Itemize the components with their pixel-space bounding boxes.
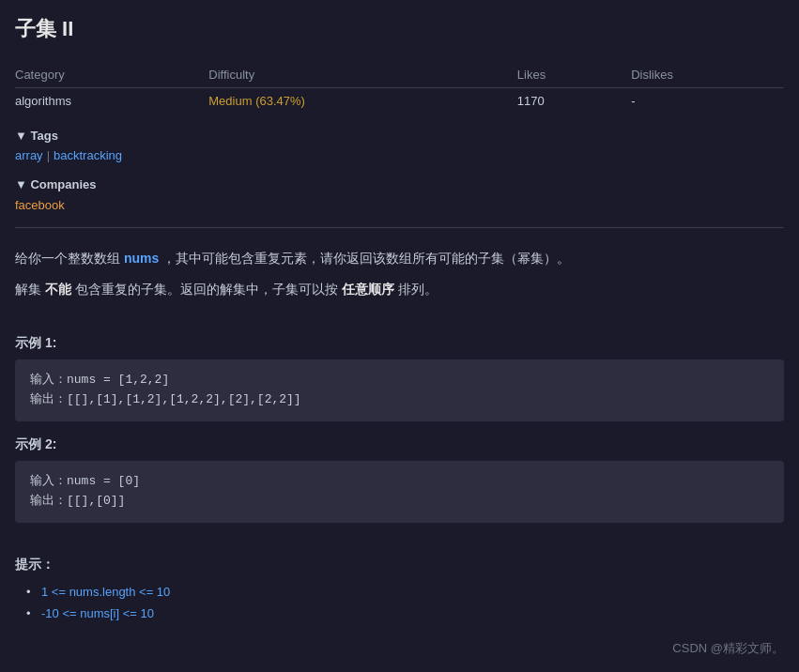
title-bar: 子集 II: [0, 0, 799, 54]
companies-section: ▼ Companies facebook: [0, 170, 799, 220]
example-2-output: 输出：[[],[0]]: [30, 492, 769, 512]
hint-item-1: 1 <= nums.length <= 10: [26, 581, 784, 603]
companies-row: facebook: [15, 197, 784, 212]
problem-section: 给你一个整数数组 nums ，其中可能包含重复元素，请你返回该数组所有可能的子集…: [0, 236, 799, 635]
table-row: algorithms Medium (63.47%) 1170 -: [15, 88, 784, 115]
cell-category: algorithms: [15, 88, 208, 115]
difficulty-value: Medium (63.47%): [208, 94, 305, 108]
tag-separator: |: [47, 148, 50, 162]
watermark: CSDN @精彩文师。: [672, 640, 784, 657]
example-2-code: 输入：nums = [0] 输出：[[],[0]]: [15, 461, 784, 523]
example-2-title: 示例 2:: [15, 436, 784, 453]
table-wrapper: Category Difficulty Likes Dislikes algor…: [0, 54, 799, 121]
col-header-dislikes: Dislikes: [631, 62, 784, 88]
nums-label: nums: [124, 251, 159, 266]
tags-row: array | backtracking: [15, 148, 784, 162]
cell-likes: 1170: [517, 88, 631, 115]
page-container: 子集 II Category Difficulty Likes Dislikes…: [0, 0, 799, 672]
any-order-label: 任意顺序: [342, 282, 394, 297]
tag-array[interactable]: array: [15, 148, 43, 162]
company-facebook[interactable]: facebook: [15, 198, 65, 212]
divider: [15, 227, 784, 228]
cell-difficulty: Medium (63.47%): [208, 88, 517, 115]
tags-toggle[interactable]: ▼ Tags: [15, 129, 784, 143]
hint-item-2: -10 <= nums[i] <= 10: [26, 603, 784, 624]
example-1-code: 输入：nums = [1,2,2] 输出：[[],[1],[1,2],[1,2,…: [15, 359, 784, 421]
cell-dislikes: -: [631, 88, 784, 115]
companies-toggle[interactable]: ▼ Companies: [15, 177, 784, 191]
tag-backtracking[interactable]: backtracking: [54, 148, 122, 162]
example-1-output: 输出：[[],[1],[1,2],[1,2,2],[2],[2,2]]: [30, 390, 769, 410]
hint-list: 1 <= nums.length <= 10 -10 <= nums[i] <=…: [15, 581, 784, 625]
page-title: 子集 II: [15, 15, 784, 43]
example-1-input: 输入：nums = [1,2,2]: [30, 371, 769, 390]
col-header-likes: Likes: [517, 62, 631, 88]
col-header-category: Category: [15, 62, 208, 88]
problem-desc-1: 给你一个整数数组 nums ，其中可能包含重复元素，请你返回该数组所有可能的子集…: [15, 247, 784, 270]
not-label: 不能: [45, 282, 71, 297]
example-1-title: 示例 1:: [15, 335, 784, 352]
problem-desc-2: 解集 不能 包含重复的子集。返回的解集中，子集可以按 任意顺序 排列。: [15, 278, 784, 301]
info-table: Category Difficulty Likes Dislikes algor…: [15, 62, 784, 114]
col-header-difficulty: Difficulty: [208, 62, 517, 88]
tags-section: ▼ Tags array | backtracking: [0, 121, 799, 170]
hints-title: 提示：: [15, 557, 784, 573]
example-2-input: 输入：nums = [0]: [30, 472, 769, 492]
